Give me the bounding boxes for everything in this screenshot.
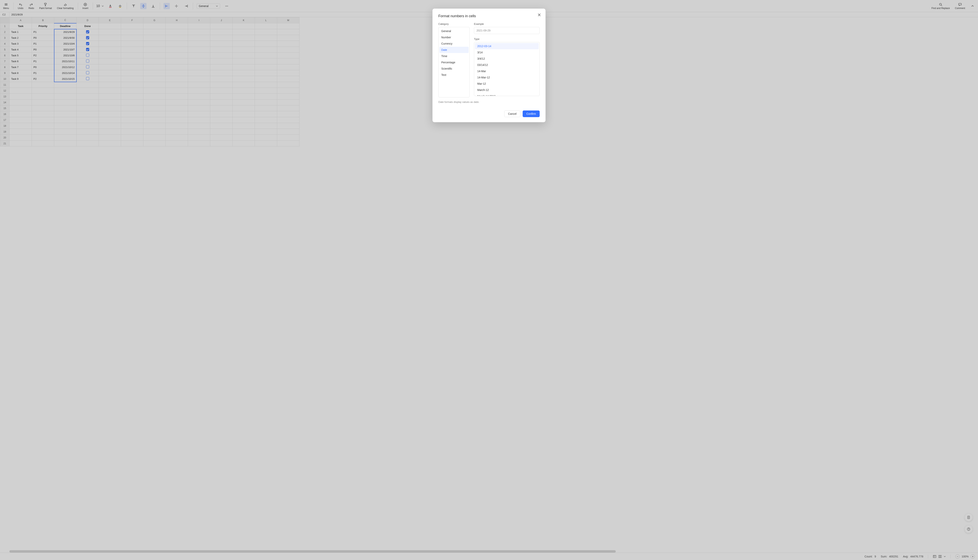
dialog-hint: Date formats display values as date. (438, 100, 540, 103)
type-item[interactable]: Mar-12 (475, 80, 539, 87)
category-item-scientific[interactable]: Scientific (439, 65, 469, 72)
type-item[interactable]: 14-Mar-12 (475, 74, 539, 80)
type-item[interactable]: March-12 (475, 87, 539, 93)
category-item-percentage[interactable]: Percentage (439, 59, 469, 65)
category-label: Category (438, 22, 470, 25)
type-item[interactable]: 2012-03-14 (475, 43, 539, 49)
category-item-time[interactable]: Time (439, 53, 469, 59)
close-button[interactable] (537, 13, 541, 17)
type-label: Type (474, 38, 540, 40)
type-item[interactable]: 14-Mar (475, 68, 539, 74)
category-item-general[interactable]: General (439, 28, 469, 34)
type-list: 2012-03-143/143/4/1203/14/1214-Mar14-Mar… (474, 42, 540, 96)
confirm-button[interactable]: Confirm (522, 110, 540, 117)
dialog-title: Format numbers in cells (438, 14, 540, 18)
example-output: 2021-09-29 (474, 27, 540, 34)
category-item-date[interactable]: Date (439, 47, 469, 53)
type-item[interactable]: 03/14/12 (475, 62, 539, 68)
example-label: Example (474, 22, 540, 25)
type-item[interactable]: March 14,2012 (475, 93, 539, 96)
category-item-number[interactable]: Number (439, 34, 469, 40)
cancel-button[interactable]: Cancel (504, 110, 520, 117)
category-list: GeneralNumberCurrencyDateTimePercentageS… (438, 27, 470, 97)
category-item-currency[interactable]: Currency (439, 40, 469, 47)
close-icon (537, 13, 541, 17)
type-item[interactable]: 3/4/12 (475, 55, 539, 62)
type-item[interactable]: 3/14 (475, 49, 539, 55)
category-item-text[interactable]: Text (439, 72, 469, 78)
format-numbers-dialog: Format numbers in cells Category General… (432, 8, 546, 122)
modal-overlay: Format numbers in cells Category General… (0, 0, 978, 560)
